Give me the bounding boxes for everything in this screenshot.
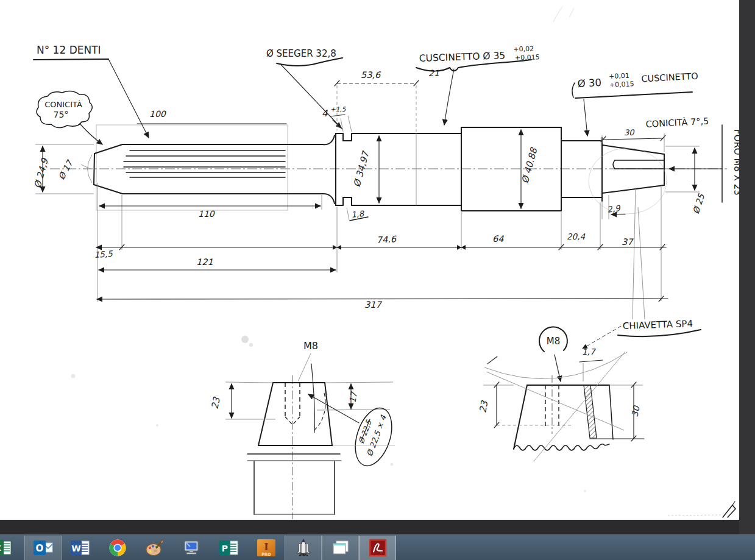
hole-note: FORO M8 X 23: [669, 125, 739, 202]
seeger-leader: [281, 65, 342, 129]
computer-icon: [182, 538, 202, 558]
dia-spline-label: Ø 24,9: [32, 157, 51, 190]
groove-width-dim: 4 +1,5: [322, 105, 352, 132]
dim-20-4-label: 20,4: [567, 232, 585, 241]
teeth-note-leader: [108, 59, 149, 138]
bearing30-underline: [575, 92, 692, 98]
publisher-letter: P: [221, 544, 227, 553]
large-section: [461, 127, 561, 211]
dim-74-6-label: 74.6: [376, 234, 397, 245]
taskbar-inventor-button[interactable]: I PRO: [247, 536, 285, 560]
bearing-section: [561, 138, 602, 201]
chrome-icon: [108, 538, 127, 558]
bearing30-callout: Ø 30 +0,01 +0,015 CUSCINETTO: [577, 68, 698, 91]
key-note-label: CHIAVETTA SP4: [623, 318, 693, 331]
dia-25-label: Ø 25: [691, 192, 707, 215]
bearing35-label: CUSCINETTO Ø 35: [419, 50, 506, 64]
dia-tip-label: Ø 17: [57, 158, 76, 182]
dim-dia-large: Ø 40.88: [519, 130, 539, 208]
dim-1-8: 1,8: [347, 208, 368, 221]
bearing30-tol-upper: +0,01: [609, 72, 629, 81]
dia-large-label: Ø 40.88: [519, 146, 539, 185]
outlook-icon: O: [34, 538, 53, 558]
desktop-edge-right: [739, 0, 755, 534]
teeth-note-underline: [34, 59, 108, 60]
dim-53-6-label: 53,6: [361, 70, 381, 80]
inventor-badge: PRO: [261, 551, 271, 556]
bearing30-suffix: CUSCINETTO: [641, 71, 698, 84]
word-icon: W: [71, 538, 90, 558]
detail-right-thread-label: M8: [547, 336, 561, 347]
taskbar-shuttle-button[interactable]: [285, 536, 322, 560]
taskbar-chrome-button[interactable]: [99, 536, 136, 560]
excel-icon: X: [0, 538, 12, 558]
dim-110-label: 110: [198, 209, 215, 219]
bearing30-label: Ø 30: [577, 77, 601, 90]
detail-left-callout: Ø 22,5 Ø 22,5 × 4: [308, 394, 399, 470]
taskbar-excel-button[interactable]: X: [0, 536, 18, 560]
dim-100-label: 100: [149, 109, 166, 119]
detail-right-dim-1-7-label: 1,7: [582, 347, 596, 356]
detail-right-dim-23-label: 23: [477, 399, 490, 413]
dim-2-9: 2,9: [602, 195, 625, 219]
taskbar-folder-button[interactable]: [322, 536, 359, 560]
detail-left-dim-23-label: 23: [209, 395, 222, 410]
dim-64-label: 64: [492, 234, 504, 244]
groove-width-value: 4: [322, 108, 328, 119]
hole-note-label: FORO M8 X 23: [732, 129, 739, 196]
detail-right: M8 1,7: [477, 327, 644, 461]
dim-dia-mid: Ø 34,97: [351, 136, 379, 203]
acrobat-icon: [368, 538, 388, 558]
taskbar-acrobat-button[interactable]: [359, 536, 396, 560]
annotations: N° 12 DENTI CONICITÀ 75° Ø SEEGER 32,8 4: [32, 44, 739, 349]
desktop-edge-bottom: [0, 520, 739, 534]
keyway-hatch: [584, 385, 597, 438]
dim-100: 100: [137, 109, 286, 124]
detail-right-dim-30-label: 30: [629, 405, 642, 418]
bearing30-tol-lower: +0,015: [609, 80, 634, 89]
excel-letter: X: [0, 544, 1, 553]
dim-37-label: 37: [622, 237, 634, 247]
paint-icon: [145, 538, 165, 558]
teeth-note-label: N° 12 DENTI: [37, 44, 101, 56]
mid-section: [336, 133, 461, 205]
dim-dia-25: Ø 25: [665, 146, 706, 215]
document-page: N° 12 DENTI CONICITÀ 75° Ø SEEGER 32,8 4: [0, 0, 739, 520]
bearing35-tol-upper: +0,02: [513, 44, 534, 53]
inventor-icon: I PRO: [257, 538, 276, 558]
shuttle-icon: [294, 538, 313, 558]
shaft-main-view: [50, 125, 727, 214]
taskbar-outlook-button[interactable]: O: [24, 536, 62, 560]
taper-left-label-1: CONICITÀ: [44, 100, 82, 109]
bearing30-paren: [572, 83, 575, 97]
dim-53-6: 53,6: [335, 70, 419, 132]
dim-317-label: 317: [364, 300, 382, 310]
detail-left: M8 23: [209, 340, 399, 519]
taskbar-paint-button[interactable]: [136, 536, 173, 560]
groove-width-tol: +1,5: [330, 105, 347, 113]
detail-left-thread-label: M8: [303, 340, 318, 352]
seeger-label: Ø SEEGER 32,8: [266, 48, 336, 59]
dim-30-taper-label: 30: [624, 128, 635, 137]
taper-left-callout: CONICITÀ 75°: [37, 91, 102, 144]
spline-construction-box: [96, 125, 288, 210]
screen: N° 12 DENTI CONICITÀ 75° Ø SEEGER 32,8 4: [0, 0, 755, 560]
folder-icon: [331, 538, 350, 558]
word-letter: W: [71, 544, 80, 553]
technical-drawing: N° 12 DENTI CONICITÀ 75° Ø SEEGER 32,8 4: [0, 0, 739, 520]
bearing35-callout: CUSCINETTO Ø 35 +0,02 +0,015: [419, 44, 540, 65]
taskbar-computer-button[interactable]: [173, 536, 210, 560]
spline-section: [94, 135, 335, 204]
bearing35-leader: [444, 69, 454, 125]
detail-left-dim-17-label: 17: [347, 390, 359, 403]
taper-right-label: CONICITÀ 7°,5: [645, 116, 709, 129]
dim-121-label: 121: [196, 257, 213, 267]
length-dimensions: 110 15,5 74.6 64 20,4 37 121 317: [94, 183, 668, 310]
taskbar-publisher-button[interactable]: P: [210, 536, 247, 560]
inventor-letter: I: [264, 541, 268, 553]
taskbar-word-button[interactable]: W: [62, 536, 99, 560]
taper-left-label-2: 75°: [54, 110, 69, 119]
taskbar: X O W: [0, 534, 755, 560]
dim-15-5-label: 15,5: [94, 249, 114, 260]
outlook-letter: O: [35, 543, 43, 554]
